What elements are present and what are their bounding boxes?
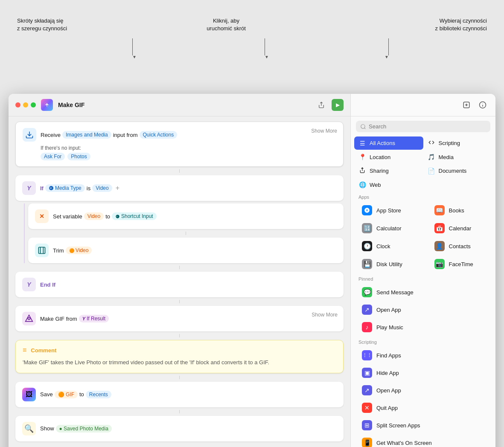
documents-icon: 📄 xyxy=(428,168,435,174)
open-app-icon: ↗ xyxy=(362,385,372,395)
list-item-open-app-pinned[interactable]: ↗ Open App xyxy=(354,301,492,318)
category-sharing[interactable]: Sharing xyxy=(354,164,423,177)
set-variable-icon: ✕ xyxy=(35,209,49,223)
svg-rect-5 xyxy=(39,247,45,254)
media-type-tag[interactable]: M Media Type xyxy=(45,184,85,192)
receive-icon xyxy=(23,128,36,142)
connector-6 xyxy=(15,376,344,379)
web-icon: 🌐 xyxy=(358,181,366,188)
ask-for-tag[interactable]: Ask For xyxy=(41,153,65,160)
contacts-icon: 👤 xyxy=(434,241,445,251)
search-icon xyxy=(360,124,366,130)
trim-video-tag[interactable]: 🟠 Video xyxy=(66,247,92,254)
split-screen-icon: ⊞ xyxy=(362,420,372,430)
if-y-icon: Y xyxy=(22,181,36,195)
category-media[interactable]: 🎵 Media xyxy=(423,151,492,163)
list-item-calculator[interactable]: 🔢 Calculator xyxy=(354,220,420,237)
list-item-split-screen[interactable]: ⊞ Split Screen Apps xyxy=(354,417,492,434)
fullscreen-button[interactable] xyxy=(31,102,36,107)
gif-tag[interactable]: 🟠 GIF xyxy=(55,391,78,398)
photos-tag[interactable]: Photos xyxy=(67,153,90,160)
quick-actions-tag[interactable]: Quick Actions xyxy=(140,131,178,139)
list-item-facetime[interactable]: 📷 FaceTime xyxy=(427,255,492,273)
list-item-contacts[interactable]: 👤 Contacts xyxy=(427,238,492,255)
make-gif-show-more[interactable]: Show More xyxy=(312,312,338,318)
shortcut-app-icon xyxy=(41,99,53,111)
books-icon: 📖 xyxy=(434,205,445,215)
annotation-left: Skróty składają sięz szeregu czynności xyxy=(17,17,94,32)
list-item-disk-utility[interactable]: 💾 Disk Utility xyxy=(354,255,420,273)
trim-block: Trim 🟠 Video xyxy=(28,238,344,263)
receive-show-more[interactable]: Show More xyxy=(311,128,337,134)
titlebar: Make GIF ▶ xyxy=(9,94,350,116)
category-web[interactable]: 🌐 Web xyxy=(354,178,423,191)
list-item-open-app[interactable]: ↗ Open App xyxy=(354,382,492,399)
clock-icon: 🕐 xyxy=(362,241,372,251)
traffic-lights xyxy=(15,102,36,107)
receive-action-body: Receive Images and Media input from Quic… xyxy=(41,131,336,139)
annotation-center: Kliknij, abyuruchomić skrót xyxy=(192,17,260,32)
list-item-play-music[interactable]: ♪ Play Music xyxy=(354,319,492,336)
svg-point-16 xyxy=(361,124,365,128)
run-button[interactable]: ▶ xyxy=(332,99,344,111)
if-result-tag[interactable]: Y If Result xyxy=(79,315,109,322)
show-block: 🔍 Show ● Saved Photo Media xyxy=(15,416,344,441)
list-item-find-apps[interactable]: ⋮⋮ Find Apps xyxy=(354,347,492,364)
close-button[interactable] xyxy=(15,102,20,107)
video-tag[interactable]: Video xyxy=(92,184,112,192)
comment-body: 'Make GIF' takes the Live Photo or trimm… xyxy=(23,358,336,367)
category-scripting[interactable]: Scripting xyxy=(423,136,492,150)
media-icon: 🎵 xyxy=(428,154,435,160)
save-body: Save 🟠 GIF to Recents xyxy=(40,391,337,398)
if-container: Y If M Media Type is Video + xyxy=(15,175,344,263)
add-condition-button[interactable]: + xyxy=(114,184,121,192)
svg-text:M: M xyxy=(50,187,52,189)
location-icon: 📍 xyxy=(358,154,366,160)
connector-3 xyxy=(15,266,344,269)
if-action-body: If M Media Type is Video + xyxy=(40,184,337,192)
images-media-tag[interactable]: Images and Media xyxy=(62,131,111,139)
right-panel: ☰ All Actions Scripting 📍 Location xyxy=(350,94,495,447)
trim-icon xyxy=(35,244,49,257)
search-bar xyxy=(356,121,490,132)
list-item-send-message[interactable]: 💬 Send Message xyxy=(354,284,492,301)
video-var-tag[interactable]: Video xyxy=(84,212,104,220)
make-gif-block: Make GIF from Y If Result Show More xyxy=(15,306,344,331)
send-message-icon: 💬 xyxy=(362,287,372,297)
main-window: Make GIF ▶ xyxy=(9,94,495,447)
save-block: 🖼 Save 🟠 GIF to Recents xyxy=(15,382,344,407)
find-apps-icon: ⋮⋮ xyxy=(362,350,372,360)
list-item-calendar[interactable]: 📅 Calendar xyxy=(427,220,492,237)
connector-4 xyxy=(15,300,344,303)
add-to-shortcut-button[interactable] xyxy=(460,99,472,111)
calculator-icon: 🔢 xyxy=(362,223,372,233)
recents-tag[interactable]: Recents xyxy=(86,391,111,398)
share-button[interactable] xyxy=(315,99,327,111)
saved-photo-tag[interactable]: ● Saved Photo Media xyxy=(56,425,112,432)
category-documents[interactable]: 📄 Documents xyxy=(423,164,492,177)
list-item-clock[interactable]: 🕐 Clock xyxy=(354,238,420,255)
calendar-icon: 📅 xyxy=(434,223,445,233)
workflow-canvas: Receive Images and Media input from Quic… xyxy=(9,116,350,447)
minimize-button[interactable] xyxy=(23,102,28,107)
end-if-block: Y End If xyxy=(15,272,344,297)
list-item-get-screen[interactable]: 📱 Get What's On Screen xyxy=(354,434,492,447)
set-variable-block: ✕ Set variable Video to S Shortcut Input xyxy=(28,203,344,229)
info-button[interactable] xyxy=(477,99,489,111)
apps-grid: App Store 📖 Books 🔢 Calculator 📅 xyxy=(351,201,495,273)
list-item-books[interactable]: 📖 Books xyxy=(427,202,492,219)
end-if-body: End If xyxy=(40,282,337,288)
if-header-block: Y If M Media Type is Video + xyxy=(15,175,344,201)
svg-marker-8 xyxy=(26,315,33,322)
list-item-quit-app[interactable]: ✕ Quit App xyxy=(354,399,492,416)
shortcut-input-tag[interactable]: S Shortcut Input xyxy=(112,212,157,220)
apps-section-label: Apps xyxy=(351,191,495,201)
titlebar-actions: ▶ xyxy=(315,99,344,111)
search-input[interactable] xyxy=(369,123,486,130)
category-location[interactable]: 📍 Location xyxy=(354,151,423,163)
list-item-hide-app[interactable]: ▣ Hide App xyxy=(354,364,492,381)
category-all-actions[interactable]: ☰ All Actions xyxy=(354,136,423,150)
comment-block: ≡ Comment 'Make GIF' takes the Live Phot… xyxy=(15,340,344,373)
list-item-appstore[interactable]: App Store xyxy=(354,202,420,219)
connector-7 xyxy=(15,410,344,413)
